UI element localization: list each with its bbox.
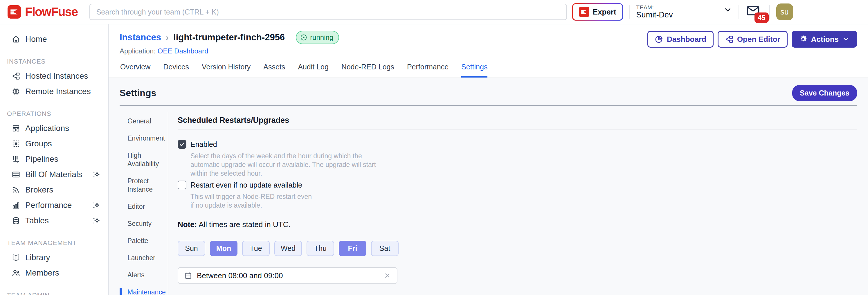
- play-circle-icon: [300, 34, 307, 41]
- sidebar-item-groups[interactable]: Groups: [0, 136, 108, 151]
- sidebar-item-pipelines[interactable]: Pipelines: [0, 151, 108, 167]
- remote-instances-icon: [11, 87, 20, 96]
- tab-version-history[interactable]: Version History: [202, 63, 251, 78]
- bill-of-materials-icon: [11, 170, 20, 179]
- instance-tabs: Overview Devices Version History Assets …: [108, 55, 868, 78]
- sidebar-section-team-management: TEAM MANAGEMENT: [0, 235, 108, 250]
- settings-nav-launcher[interactable]: Launcher: [120, 254, 168, 262]
- flowfuse-logo-icon: [7, 5, 21, 19]
- pipelines-icon: [11, 155, 20, 164]
- sidebar-item-tables[interactable]: Tables: [0, 213, 108, 228]
- settings-nav-high-availability[interactable]: High Availability: [120, 151, 168, 168]
- restart-checkbox[interactable]: [178, 181, 186, 189]
- sidebar-item-brokers[interactable]: Brokers: [0, 182, 108, 198]
- notification-count-badge: 45: [754, 12, 769, 23]
- topbar-divider: [629, 5, 630, 19]
- sidebar-item-label: Bill Of Materials: [25, 170, 82, 179]
- settings-divider: [120, 105, 857, 106]
- settings-nav-alerts[interactable]: Alerts: [120, 271, 168, 279]
- sidebar-item-label: Library: [25, 253, 50, 262]
- home-icon: [11, 35, 20, 43]
- tab-assets[interactable]: Assets: [263, 63, 285, 78]
- day-button-thu[interactable]: Thu: [307, 241, 334, 256]
- topbar-divider: [739, 5, 739, 19]
- settings-nav-maintenance[interactable]: Maintenance: [120, 288, 168, 295]
- settings-nav-security[interactable]: Security: [120, 219, 168, 228]
- sidebar-item-hosted-instances[interactable]: Hosted Instances: [0, 68, 108, 84]
- sidebar-item-label: Remote Instances: [25, 87, 91, 96]
- clear-icon[interactable]: [383, 272, 391, 279]
- application-link[interactable]: OEE Dashboard: [158, 47, 209, 55]
- day-button-wed[interactable]: Wed: [274, 241, 302, 256]
- notifications-button[interactable]: 45: [745, 3, 763, 21]
- sidebar-item-label: Brokers: [25, 185, 53, 195]
- sidebar-section-operations: OPERATIONS: [0, 106, 108, 120]
- day-button-mon[interactable]: Mon: [210, 241, 238, 256]
- open-editor-button[interactable]: Open Editor: [718, 31, 787, 48]
- topbar-divider: [769, 5, 770, 19]
- flowfuse-logo[interactable]: FlowFuse: [0, 5, 89, 19]
- day-button-fri[interactable]: Fri: [339, 241, 366, 256]
- tab-audit-log[interactable]: Audit Log: [298, 63, 329, 78]
- avatar[interactable]: su: [776, 3, 793, 20]
- settings-nav-protect-instance[interactable]: Protect Instance: [120, 177, 168, 194]
- expert-button[interactable]: Expert: [572, 3, 623, 21]
- enabled-checkbox[interactable]: [178, 140, 186, 149]
- brokers-icon: [11, 185, 20, 194]
- sidebar-item-label: Applications: [25, 124, 69, 133]
- settings-nav-general[interactable]: General: [120, 117, 168, 125]
- performance-icon: [11, 201, 20, 210]
- sidebar-item-remote-instances[interactable]: Remote Instances: [0, 84, 108, 99]
- main-sidebar: Home INSTANCES Hosted Instances Remote I…: [0, 24, 108, 295]
- sidebar-item-members[interactable]: Members: [0, 265, 108, 281]
- top-bar: FlowFuse Expert TEAM: Sumit-Dev 45 su: [0, 0, 868, 24]
- enabled-help-text: Select the days of the week and the hour…: [190, 152, 392, 178]
- sparkles-icon: [92, 170, 100, 179]
- section-title: Scheduled Restarts/Upgrades: [178, 116, 857, 125]
- team-selector[interactable]: TEAM: Sumit-Dev: [636, 4, 732, 20]
- enabled-checkbox-label: Enabled: [190, 140, 217, 149]
- main-content: Instances › light-trumpeter-finch-2956 r…: [108, 24, 868, 295]
- settings-nav-environment[interactable]: Environment: [120, 134, 168, 143]
- status-badge: running: [296, 31, 339, 44]
- check-icon: [179, 141, 185, 148]
- sidebar-item-label: Hosted Instances: [25, 71, 88, 81]
- restart-checkbox-row[interactable]: Restart even if no update available: [178, 181, 857, 189]
- sidebar-item-bill-of-materials[interactable]: Bill Of Materials: [0, 167, 108, 182]
- breadcrumb-separator-icon: ›: [166, 32, 169, 42]
- settings-nav-palette[interactable]: Palette: [120, 237, 168, 245]
- dashboard-button[interactable]: Dashboard: [647, 31, 714, 48]
- day-button-sat[interactable]: Sat: [371, 241, 399, 256]
- sidebar-item-library[interactable]: Library: [0, 250, 108, 265]
- chevron-down-icon: [842, 35, 850, 43]
- sidebar-item-label: Performance: [25, 201, 72, 210]
- gear-icon: [799, 35, 808, 43]
- tab-performance[interactable]: Performance: [407, 63, 448, 78]
- tab-settings[interactable]: Settings: [461, 63, 488, 78]
- sidebar-item-performance[interactable]: Performance: [0, 198, 108, 213]
- note-label: Note:: [178, 220, 197, 229]
- enabled-checkbox-row[interactable]: Enabled: [178, 140, 857, 149]
- settings-nav-editor[interactable]: Editor: [120, 202, 168, 211]
- breadcrumb-instances-link[interactable]: Instances: [120, 32, 161, 43]
- sidebar-item-home[interactable]: Home: [0, 31, 108, 47]
- groups-icon: [11, 139, 20, 148]
- save-changes-button[interactable]: Save Changes: [792, 85, 857, 101]
- dashboard-button-label: Dashboard: [667, 35, 706, 44]
- tables-icon: [11, 216, 20, 225]
- restart-checkbox-label: Restart even if no update available: [190, 181, 302, 189]
- actions-button[interactable]: Actions: [792, 31, 857, 48]
- tab-devices[interactable]: Devices: [163, 63, 189, 78]
- open-editor-button-label: Open Editor: [737, 35, 780, 44]
- day-button-tue[interactable]: Tue: [242, 241, 270, 256]
- applications-icon: [11, 124, 20, 133]
- chevron-down-icon: [723, 5, 732, 14]
- tab-node-red-logs[interactable]: Node-RED Logs: [341, 63, 394, 78]
- sidebar-item-applications[interactable]: Applications: [0, 120, 108, 136]
- sidebar-item-label: Members: [25, 268, 59, 277]
- day-button-sun[interactable]: Sun: [178, 241, 205, 256]
- actions-button-label: Actions: [811, 35, 839, 44]
- search-input[interactable]: [89, 4, 567, 20]
- time-window-input[interactable]: Between 08:00 and 09:00: [178, 267, 397, 284]
- tab-overview[interactable]: Overview: [120, 63, 150, 78]
